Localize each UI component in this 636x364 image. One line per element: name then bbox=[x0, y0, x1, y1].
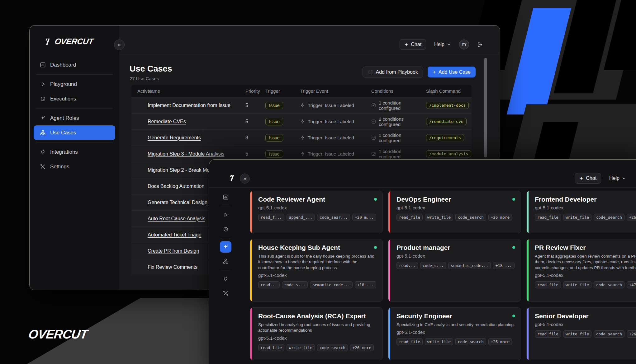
trigger-event: Trigger: Issue Labeled bbox=[300, 103, 371, 108]
chat-button[interactable]: ✦ Chat bbox=[575, 173, 601, 184]
sparkle-icon bbox=[223, 244, 229, 250]
add-use-case-label: Add Use Case bbox=[439, 69, 471, 75]
sidebar-item-use-cases[interactable] bbox=[220, 255, 231, 267]
chat-button[interactable]: ✦ Chat bbox=[400, 39, 426, 50]
sidebar-item-agent-roles[interactable] bbox=[220, 241, 231, 253]
checkbox-icon bbox=[371, 103, 376, 108]
tool-badge: code_search bbox=[317, 344, 348, 351]
help-menu[interactable]: Help bbox=[609, 175, 626, 181]
tool-badge: read_file bbox=[396, 338, 423, 345]
use-case-link[interactable]: Migration Step 2 - Break Modu bbox=[148, 167, 215, 173]
topbar: « ✦ Chat Help YY bbox=[119, 26, 500, 54]
book-icon bbox=[368, 69, 373, 75]
table-header: Active Name Priority Trigger Trigger Eve… bbox=[131, 85, 472, 97]
use-case-link[interactable]: Remediate CVEs bbox=[148, 119, 186, 124]
column-header: Trigger Event bbox=[300, 88, 371, 94]
add-from-playbook-button[interactable]: Add from Playbook bbox=[363, 67, 423, 77]
column-header: Conditions bbox=[371, 88, 426, 94]
tool-badge-more: +18 ... bbox=[355, 281, 376, 288]
use-case-link[interactable]: Migration Step 3 - Module Analysis bbox=[148, 151, 224, 156]
use-case-link[interactable]: Generate Technical Design Pro bbox=[148, 200, 216, 205]
conditions: 1 condition configured bbox=[371, 100, 426, 111]
divider bbox=[36, 74, 113, 75]
agent-name: House Keeping Sub Agent bbox=[258, 244, 340, 251]
topbar: » ✦ Chat Help bbox=[209, 160, 636, 188]
use-case-link[interactable]: Create PR from Design bbox=[148, 248, 199, 254]
page-title: Use Cases bbox=[130, 64, 172, 74]
sidebar-item-executions[interactable]: Executions bbox=[34, 91, 115, 106]
agent-model: gpt-5.1-codex bbox=[535, 273, 563, 278]
active-dot bbox=[374, 198, 377, 201]
logo-text: OVERCUT bbox=[54, 37, 94, 46]
use-case-link[interactable]: Automated Ticket Triage bbox=[148, 232, 202, 237]
sidebar-item-use-cases[interactable]: Use Cases bbox=[34, 125, 115, 140]
use-case-link[interactable]: Auto Root Cause Analysis bbox=[148, 216, 205, 221]
priority-value: 5 bbox=[245, 151, 265, 157]
card-accent-bar bbox=[388, 239, 390, 301]
agent-name: DevOps Engineer bbox=[396, 196, 451, 203]
sidebar-item-agent-roles[interactable]: Agent Roles bbox=[34, 111, 115, 125]
bolt-icon bbox=[300, 135, 305, 140]
scrollbar-thumb[interactable] bbox=[484, 58, 487, 157]
org-chart-icon bbox=[223, 258, 229, 264]
agent-roles-window: » ✦ Chat Help bbox=[209, 159, 636, 364]
agent-name: Root-Cause Analysis (RCA) Expert bbox=[258, 312, 366, 320]
table-row[interactable]: Remediate CVEs 5 Issue Trigger: Issue La… bbox=[131, 113, 472, 129]
use-case-link[interactable]: Fix Review Comments bbox=[148, 264, 197, 270]
chevron-down-icon bbox=[447, 42, 451, 47]
logout-icon bbox=[477, 42, 483, 48]
use-case-link[interactable]: Implement Documentation from Issue bbox=[148, 103, 230, 108]
sidebar-item-dashboard[interactable]: Dashboard bbox=[34, 58, 115, 72]
sidebar-item-settings[interactable]: Settings bbox=[34, 159, 115, 174]
tool-badge-more: +26 more bbox=[627, 214, 636, 221]
tool-badge-more: +47 more bbox=[627, 281, 636, 288]
agent-cards-grid: Code Reviewer Agent gpt-5.1-codex read_f… bbox=[250, 191, 636, 360]
logout-button[interactable] bbox=[477, 42, 483, 48]
agent-card-code-reviewer[interactable]: Code Reviewer Agent gpt-5.1-codex read_f… bbox=[250, 191, 383, 233]
conditions: 1 condition configured bbox=[371, 149, 426, 159]
add-use-case-button[interactable]: + Add Use Case bbox=[428, 67, 476, 77]
use-case-link[interactable]: Docs Backlog Automation bbox=[148, 184, 204, 189]
sidebar-item-playground[interactable]: Playground bbox=[34, 77, 115, 91]
tool-badge: code_s... bbox=[282, 281, 308, 288]
divider bbox=[221, 270, 230, 270]
sidebar-expand-button[interactable]: » bbox=[240, 174, 250, 184]
table-row[interactable]: Implement Documentation from Issue 5 Iss… bbox=[131, 97, 472, 113]
agent-card-product-manager[interactable]: Product manager gpt-5.1-codex read... co… bbox=[388, 239, 521, 302]
user-avatar[interactable]: YY bbox=[459, 40, 469, 49]
help-menu[interactable]: Help bbox=[434, 42, 451, 47]
tool-badge-more: +26 more bbox=[350, 344, 374, 351]
sidebar-item-label: Use Cases bbox=[50, 130, 76, 136]
agent-name: PR Review Fixer bbox=[535, 244, 586, 251]
slash-command-badge: /module-analysis bbox=[426, 150, 471, 157]
sidebar-item-dashboard[interactable] bbox=[220, 191, 231, 203]
table-row[interactable]: Generate Requirements 3 Issue Trigger: I… bbox=[131, 129, 472, 146]
priority-value: 5 bbox=[245, 119, 265, 124]
agent-card-senior-developer[interactable]: Senior Developer gpt-5.1-codex read_file… bbox=[526, 307, 636, 360]
agent-card-rca-expert[interactable]: Root-Cause Analysis (RCA) Expert Special… bbox=[250, 307, 383, 360]
agent-card-security-engineer[interactable]: Security Engineer Specializing in CVE an… bbox=[388, 307, 521, 360]
agent-card-house-keeping[interactable]: House Keeping Sub Agent This sub agent i… bbox=[250, 239, 383, 302]
sidebar-collapse-button[interactable]: « bbox=[114, 40, 125, 50]
sidebar-item-integrations[interactable] bbox=[220, 273, 231, 285]
sidebar-item-integrations[interactable]: Integrations bbox=[34, 145, 115, 159]
agent-card-pr-review-fixer[interactable]: PR Review Fixer Agent that aggregates op… bbox=[526, 239, 636, 302]
tool-badge: code_search bbox=[594, 214, 624, 221]
agent-card-devops[interactable]: DevOps Engineer gpt-5.1-codex read_file … bbox=[388, 191, 521, 233]
sidebar-item-executions[interactable] bbox=[220, 223, 231, 235]
agent-model: gpt-5.1-codex bbox=[258, 205, 287, 210]
slash-command-badge: /implement-docs bbox=[426, 102, 469, 109]
tool-badge: semantic_code... bbox=[310, 281, 352, 288]
conditions: 2 conditions configured bbox=[371, 116, 426, 127]
sidebar-item-settings[interactable] bbox=[220, 287, 231, 299]
sidebar-item-playground[interactable] bbox=[220, 209, 231, 221]
tool-badge: read... bbox=[258, 281, 280, 288]
sparkle-icon: ✦ bbox=[579, 175, 583, 181]
use-case-link[interactable]: Generate Requirements bbox=[148, 135, 201, 140]
agent-card-frontend[interactable]: Frontend Developer gpt-5.1-codex read_fi… bbox=[526, 191, 636, 233]
dashboard-icon bbox=[223, 194, 229, 200]
column-header: Name bbox=[148, 88, 245, 94]
sparkle-icon bbox=[40, 115, 46, 121]
plug-icon bbox=[40, 149, 46, 155]
tool-badge: read_file bbox=[396, 214, 423, 221]
